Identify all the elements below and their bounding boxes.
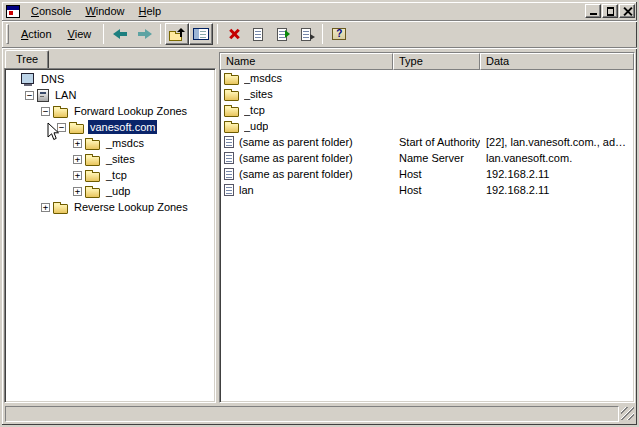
record-icon [224,184,234,196]
export-list-icon [301,28,311,41]
menu-help[interactable]: Help [132,4,169,18]
show-hide-console-tree-icon [193,28,209,40]
list-row[interactable]: (same as parent folder) Start of Authori… [220,134,634,150]
cell-name: _tcp [220,104,393,117]
column-header-type[interactable]: Type [393,53,480,70]
row-name-text: _sites [244,88,273,100]
cell-data: 192.168.2.11 [480,168,634,180]
tree-item-label: DNS [39,72,66,86]
tree-item[interactable]: − vanesoft.com [7,119,213,135]
menu-window[interactable]: Window [78,4,131,18]
list-row[interactable]: _sites [220,86,634,102]
record-icon [224,136,234,148]
tree-item[interactable]: DNS [7,71,213,87]
status-bar [2,403,637,425]
minimize-button[interactable] [585,4,601,18]
properties-button[interactable] [246,23,270,45]
mmc-dns-console-window: Console Window Help Action View Tree [0,0,639,427]
toolbar-grip[interactable] [6,24,9,44]
cell-name: (same as parent folder) [220,168,393,180]
refresh-button[interactable] [270,23,294,45]
list-row[interactable]: _udp [220,118,634,134]
list-row[interactable]: (same as parent folder) Name Server lan.… [220,150,634,166]
tree-item[interactable]: + _msdcs [7,135,213,151]
cell-type: Host [393,168,480,180]
row-name-text: (same as parent folder) [239,136,353,148]
expander-icon[interactable]: − [57,123,66,132]
column-header-name[interactable]: Name [220,53,393,70]
tree-item[interactable]: − LAN [7,87,213,103]
record-icon [224,168,234,180]
folder-icon [53,108,68,118]
folder-icon [85,156,100,166]
help-button[interactable] [327,23,351,45]
tree-item[interactable]: + _tcp [7,167,213,183]
toolbar: Action View [2,21,637,48]
expander-icon[interactable]: + [73,155,82,164]
export-list-button[interactable] [294,23,318,45]
resize-grip-icon[interactable] [621,407,634,420]
results-pane: Name Type Data _msdcs _sites _tcp _u [219,49,635,403]
expander-icon[interactable]: + [73,187,82,196]
row-name-text: _tcp [244,104,265,116]
back-button[interactable] [108,23,132,45]
cell-name: (same as parent folder) [220,136,393,148]
folder-icon [85,172,100,182]
server-icon [37,89,49,102]
tab-row: Tree [4,49,216,68]
row-name-text: _msdcs [244,72,282,84]
menu-console[interactable]: Console [24,4,78,18]
record-icon [224,152,234,164]
expander-icon[interactable]: − [25,91,34,100]
cell-type: Host [393,184,480,196]
help-icon [332,28,346,40]
tree-item[interactable]: + _sites [7,151,213,167]
view-menu-button[interactable]: View [60,25,100,43]
up-one-level-icon [169,28,186,41]
row-name-text: (same as parent folder) [239,168,353,180]
toolbar-separator [160,24,161,44]
close-icon [623,7,632,16]
delete-icon [228,28,240,40]
list-row[interactable]: lan Host 192.168.2.11 [220,182,634,198]
folder-icon [224,75,239,85]
main-area: Tree DNS − LAN − Forward Lookup Zones − … [2,48,637,403]
tree-item[interactable]: − Forward Lookup Zones [7,103,213,119]
list-rows: _msdcs _sites _tcp _udp (same as parent … [220,70,634,402]
tree-item[interactable]: + _udp [7,183,213,199]
console-tree-pane: Tree DNS − LAN − Forward Lookup Zones − … [4,49,216,403]
action-menu-button[interactable]: Action [13,25,60,43]
tab-tree[interactable]: Tree [5,50,49,68]
delete-button[interactable] [222,23,246,45]
tree-item-label: _udp [104,184,132,198]
list-row[interactable]: _msdcs [220,70,634,86]
tree-item[interactable]: + Reverse Lookup Zones [7,199,213,215]
cell-name: _udp [220,120,393,133]
expander-icon[interactable]: + [73,171,82,180]
minimize-icon [590,13,597,15]
list-row[interactable]: _tcp [220,102,634,118]
show-hide-console-tree-button[interactable] [189,23,213,45]
row-name-text: (same as parent folder) [239,152,353,164]
forward-button[interactable] [132,23,156,45]
expander-icon[interactable]: + [41,203,50,212]
cell-type: Start of Authority [393,136,480,148]
folder-icon [224,107,239,117]
cell-data: [22], lan.vanesoft.com., admin... [480,136,634,148]
expander-icon[interactable]: − [41,107,50,116]
console-window-icon[interactable] [6,5,20,18]
tree-item-label: _msdcs [104,136,146,150]
up-one-level-button[interactable] [165,23,189,45]
column-header-data[interactable]: Data [480,53,634,70]
list-header: Name Type Data [220,53,634,70]
restore-button[interactable] [602,4,618,18]
toolbar-separator [103,24,104,44]
close-button[interactable] [619,4,635,18]
refresh-icon [277,28,287,41]
tree-item-label: _sites [104,152,137,166]
cell-type: Name Server [393,152,480,164]
expander-icon[interactable]: + [73,139,82,148]
list-row[interactable]: (same as parent folder) Host 192.168.2.1… [220,166,634,182]
tree-view[interactable]: DNS − LAN − Forward Lookup Zones − vanes… [4,68,216,403]
toolbar-separator [322,24,323,44]
